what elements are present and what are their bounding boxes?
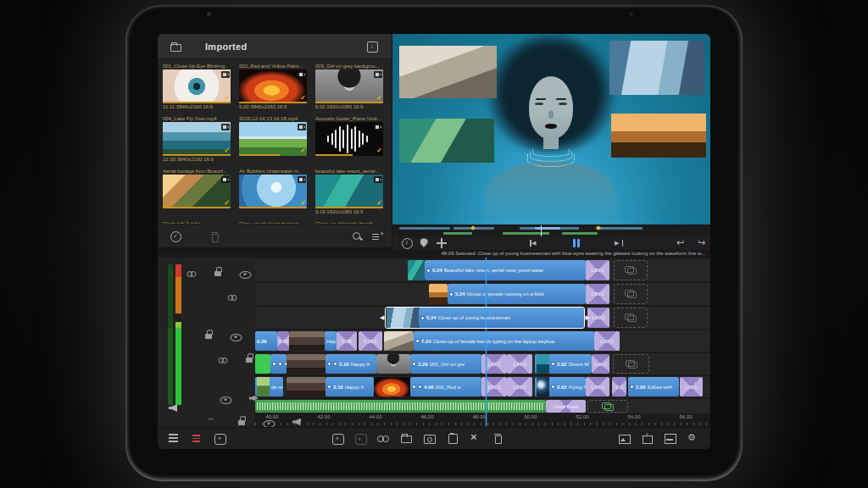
ghost-clip-slot[interactable] bbox=[614, 260, 648, 280]
video-clip[interactable]: 2.02Divers W bbox=[535, 354, 592, 374]
delete-clip-icon[interactable] bbox=[492, 432, 504, 444]
export-media-icon[interactable] bbox=[618, 432, 630, 444]
solid-color-clip[interactable] bbox=[255, 354, 270, 374]
track-lock-icon[interactable] bbox=[244, 353, 254, 363]
ghost-clip-slot[interactable] bbox=[587, 400, 628, 413]
transition-clip[interactable]: 0.28 bbox=[337, 331, 357, 351]
track-link-icon[interactable] bbox=[219, 356, 228, 364]
transition-clip[interactable]: 0.28 C bbox=[359, 331, 382, 351]
transition-clip[interactable]: 1.00 C bbox=[586, 377, 609, 396]
track-link-icon[interactable] bbox=[228, 293, 237, 302]
project-layout-icon[interactable] bbox=[664, 432, 676, 444]
transition-clip[interactable]: 1.00 C bbox=[507, 377, 532, 396]
track-eye-icon[interactable] bbox=[220, 395, 231, 403]
overwrite-clip-button[interactable] bbox=[354, 432, 366, 444]
clip-thumbnail[interactable] bbox=[384, 331, 414, 351]
track-eye-icon[interactable] bbox=[231, 332, 242, 341]
transition-clip[interactable]: Cross Disso bbox=[546, 400, 586, 413]
library-item[interactable]: 002_Red and Yellow Paint...✓5.00 3840x21… bbox=[239, 63, 310, 110]
video-clip[interactable]: 3.29003_Girl on gre bbox=[410, 354, 481, 374]
track-lock-icon[interactable] bbox=[213, 267, 223, 277]
transition-clip[interactable]: 1.00 C bbox=[586, 260, 609, 280]
transition-clip[interactable]: 0.2 bbox=[612, 377, 626, 396]
move-position-icon[interactable] bbox=[436, 237, 448, 249]
transition-clip[interactable]: 1.00 C bbox=[587, 308, 609, 328]
search-icon[interactable] bbox=[351, 230, 363, 242]
main-track-icon[interactable] bbox=[207, 413, 219, 425]
clip-thumbnail[interactable] bbox=[429, 284, 448, 304]
ghost-clip-slot[interactable] bbox=[614, 308, 648, 328]
transition-clip[interactable]: 1.00 C bbox=[680, 377, 703, 396]
sort-icon[interactable] bbox=[371, 230, 383, 242]
video-clip[interactable]: 2.00Edited with bbox=[628, 377, 679, 396]
ghost-clip-slot[interactable] bbox=[613, 354, 649, 374]
snapshot-icon[interactable] bbox=[423, 432, 435, 444]
track-eye-icon[interactable] bbox=[240, 269, 251, 278]
share-button[interactable] bbox=[641, 432, 653, 444]
transition-label: 1.00 C bbox=[487, 362, 501, 367]
library-item[interactable]: 001_Close-Up Eye Blinking..✓11.11 3840x2… bbox=[163, 63, 234, 110]
insert-clip-button[interactable] bbox=[331, 432, 343, 444]
track-lock-icon[interactable] bbox=[203, 330, 214, 340]
video-clip[interactable]: 6.24Beautiful lake resort, aerial view, … bbox=[425, 260, 586, 280]
track-manager-icon[interactable] bbox=[168, 432, 180, 444]
clip-thumbnail[interactable] bbox=[289, 331, 325, 351]
select-items-icon[interactable] bbox=[170, 230, 181, 242]
library-item[interactable]: beautiful lake resort_aerial...✓9.19 192… bbox=[315, 168, 387, 215]
delete-media-icon[interactable] bbox=[209, 230, 220, 242]
library-grid: 001_Close-Up Eye Blinking..✓11.11 3840x2… bbox=[158, 59, 392, 222]
video-clip[interactable]: 3.16Happy fr bbox=[326, 354, 376, 374]
video-clip[interactable]: 4.00002_Red a bbox=[410, 377, 481, 396]
audio-waveform-clip[interactable] bbox=[255, 400, 546, 413]
ghost-clip-slot[interactable] bbox=[614, 284, 648, 304]
timeline-playhead[interactable] bbox=[486, 258, 487, 426]
transition-clip[interactable]: 1.00 C bbox=[594, 331, 620, 351]
preview-scrubber[interactable] bbox=[392, 225, 710, 236]
selected-clip-outline[interactable] bbox=[385, 307, 585, 329]
video-clip[interactable]: 7.24Close-up of female hands typing on t… bbox=[414, 331, 594, 351]
transition-clip[interactable]: 1.00 C bbox=[592, 354, 609, 374]
transition-clip[interactable]: 0.26 bbox=[277, 331, 289, 351]
video-clip[interactable]: 0.26 bbox=[255, 331, 277, 351]
library-item[interactable]: Aerial footage from Beautif...✓ bbox=[163, 168, 234, 208]
clip-thumbnail[interactable] bbox=[374, 377, 410, 396]
add-track-button[interactable] bbox=[214, 432, 225, 444]
scrubber-playhead[interactable] bbox=[541, 225, 542, 237]
clip-thumbnail[interactable] bbox=[408, 260, 425, 280]
undo-button[interactable] bbox=[676, 237, 688, 249]
clip-thumbnail[interactable] bbox=[287, 377, 326, 396]
open-project-icon[interactable] bbox=[400, 432, 412, 444]
video-clip[interactable]: 5.24Group of people running on a field bbox=[448, 284, 586, 304]
video-clip[interactable]: 3.16Happy fr bbox=[326, 377, 374, 396]
track-link-icon[interactable] bbox=[187, 269, 197, 278]
library-item[interactable]: Acoustic Guitar_Piano Und...✓ bbox=[315, 115, 387, 156]
info-icon[interactable] bbox=[401, 237, 413, 249]
paste-icon[interactable] bbox=[446, 432, 458, 444]
library-item[interactable]: 003_Girl on grey backgrou...✓5.00 1920x1… bbox=[315, 63, 387, 110]
clip-thumbnail[interactable] bbox=[287, 354, 326, 374]
pause-button[interactable] bbox=[570, 237, 582, 249]
previous-frame-button[interactable] bbox=[528, 237, 540, 249]
video-clip[interactable]: Hap bbox=[325, 331, 337, 351]
settings-gear-icon[interactable] bbox=[687, 432, 698, 444]
timeline-ruler[interactable]: 40.0042.0044.0046.0048.0050.0052.0054.00… bbox=[255, 413, 710, 426]
transition-clip[interactable]: 1.00 C bbox=[507, 354, 532, 374]
folder-icon[interactable] bbox=[170, 41, 181, 53]
library-item[interactable]: 004_Lake Fly Over.mp4✓12.05 3840x2160 16… bbox=[163, 115, 234, 163]
library-item[interactable]: Air Bubbles Underwater m...✓ bbox=[239, 168, 310, 208]
track-lock-icon[interactable] bbox=[236, 416, 247, 426]
redo-button[interactable] bbox=[698, 237, 709, 249]
video-clip[interactable]: de res bbox=[255, 377, 283, 396]
link-clips-icon[interactable] bbox=[377, 432, 389, 444]
audio-levels-icon[interactable] bbox=[191, 432, 203, 444]
clip-thumbnail[interactable] bbox=[376, 354, 410, 374]
import-icon[interactable] bbox=[366, 41, 378, 53]
next-frame-button[interactable] bbox=[613, 237, 625, 249]
split-clip-icon[interactable] bbox=[469, 432, 481, 444]
preview-viewer[interactable] bbox=[392, 34, 710, 225]
video-clip[interactable]: 2.02Flying Th bbox=[535, 377, 586, 396]
shield-overlay-icon[interactable] bbox=[418, 237, 430, 249]
library-item[interactable]: 2016-12-14 13.16.18.mp4✓ bbox=[239, 115, 310, 156]
transition-clip[interactable]: 1.00 C bbox=[586, 284, 609, 304]
video-clip[interactable] bbox=[270, 354, 287, 374]
